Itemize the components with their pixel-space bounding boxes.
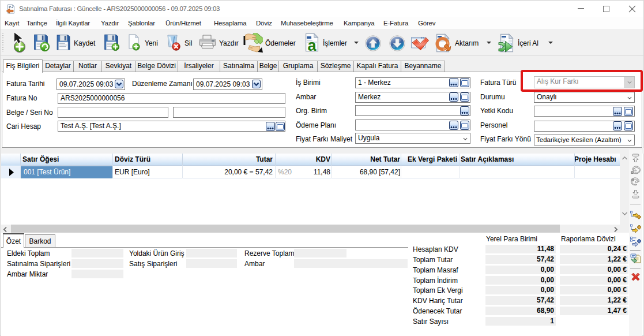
svg-text:a: a xyxy=(307,37,317,53)
